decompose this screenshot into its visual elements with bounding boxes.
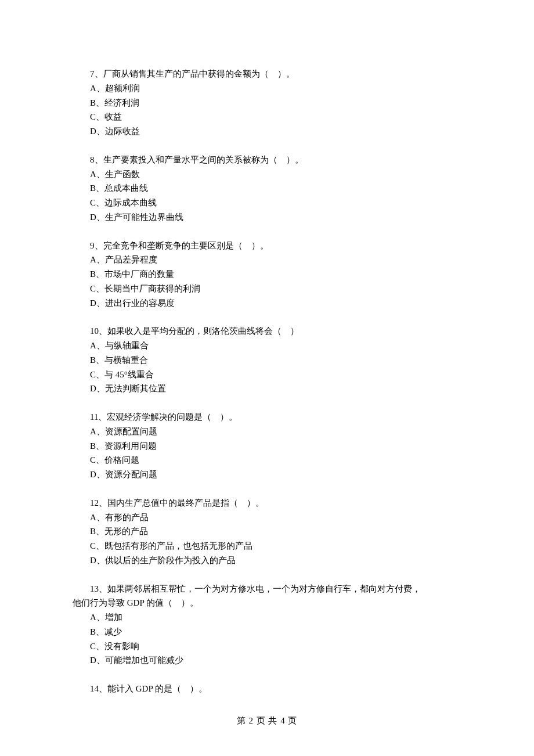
question-option: B、资源利用问题 bbox=[73, 439, 461, 453]
question-option: D、进出行业的容易度 bbox=[73, 296, 461, 311]
question-option: A、生产函数 bbox=[73, 167, 461, 182]
question-option: D、生产可能性边界曲线 bbox=[73, 210, 461, 225]
page: 7、厂商从销售其生产的产品中获得的金额为（ ）。 A、超额利润 B、经济利润 C… bbox=[0, 0, 534, 756]
question-8: 8、生产要素投入和产量水平之间的关系被称为（ ）。 A、生产函数 B、总成本曲线… bbox=[73, 153, 461, 225]
question-7: 7、厂商从销售其生产的产品中获得的金额为（ ）。 A、超额利润 B、经济利润 C… bbox=[73, 67, 461, 139]
question-option: C、既包括有形的产品，也包括无形的产品 bbox=[73, 539, 461, 553]
question-option: A、增加 bbox=[73, 610, 461, 625]
question-stem: 12、国内生产总值中的最终产品是指（ ）。 bbox=[73, 496, 461, 510]
question-14: 14、能计入 GDP 的是（ ）。 bbox=[73, 682, 461, 696]
question-11: 11、宏观经济学解决的问题是（ ）。 A、资源配置问题 B、资源利用问题 C、价… bbox=[73, 410, 461, 482]
question-9: 9、完全竞争和垄断竞争的主要区别是（ ）。 A、产品差异程度 B、市场中厂商的数… bbox=[73, 239, 461, 311]
question-option: C、收益 bbox=[73, 110, 461, 124]
question-option: C、与 45°线重合 bbox=[73, 368, 461, 382]
question-12: 12、国内生产总值中的最终产品是指（ ）。 A、有形的产品 B、无形的产品 C、… bbox=[73, 496, 461, 568]
question-stem: 9、完全竞争和垄断竞争的主要区别是（ ）。 bbox=[73, 239, 461, 253]
question-option: D、边际收益 bbox=[73, 124, 461, 139]
question-option: C、边际成本曲线 bbox=[73, 196, 461, 210]
question-option: B、与横轴重合 bbox=[73, 353, 461, 368]
question-option: B、减少 bbox=[73, 625, 461, 639]
question-option: C、没有影响 bbox=[73, 639, 461, 654]
question-option: D、可能增加也可能减少 bbox=[73, 653, 461, 668]
question-10: 10、如果收入是平均分配的，则洛伦茨曲线将会（ ） A、与纵轴重合 B、与横轴重… bbox=[73, 324, 461, 396]
question-stem: 8、生产要素投入和产量水平之间的关系被称为（ ）。 bbox=[73, 153, 461, 167]
question-stem: 10、如果收入是平均分配的，则洛伦茨曲线将会（ ） bbox=[73, 324, 461, 339]
question-option: A、超额利润 bbox=[73, 81, 461, 96]
question-option: A、与纵轴重合 bbox=[73, 339, 461, 353]
question-13: 13、如果两邻居相互帮忙，一个为对方修水电，一个为对方修自行车，都向对方付费， … bbox=[73, 582, 461, 668]
question-option: A、产品差异程度 bbox=[73, 253, 461, 267]
question-option: B、经济利润 bbox=[73, 96, 461, 110]
question-option: C、价格问题 bbox=[73, 453, 461, 467]
question-option: B、总成本曲线 bbox=[73, 181, 461, 196]
question-option: D、无法判断其位置 bbox=[73, 381, 461, 396]
question-option: A、资源配置问题 bbox=[73, 424, 461, 439]
page-footer: 第 2 页 共 4 页 bbox=[0, 714, 534, 728]
question-option: B、无形的产品 bbox=[73, 524, 461, 539]
question-option: C、长期当中厂商获得的利润 bbox=[73, 282, 461, 296]
question-stem: 7、厂商从销售其生产的产品中获得的金额为（ ）。 bbox=[73, 67, 461, 81]
question-stem: 13、如果两邻居相互帮忙，一个为对方修水电，一个为对方修自行车，都向对方付费， bbox=[73, 582, 461, 596]
question-option: D、供以后的生产阶段作为投入的产品 bbox=[73, 553, 461, 568]
question-stem: 11、宏观经济学解决的问题是（ ）。 bbox=[73, 410, 461, 424]
question-option: B、市场中厂商的数量 bbox=[73, 267, 461, 282]
question-stem: 14、能计入 GDP 的是（ ）。 bbox=[73, 682, 461, 696]
question-option: A、有形的产品 bbox=[73, 510, 461, 525]
question-stem-cont: 他们行为导致 GDP 的值（ ）。 bbox=[73, 596, 461, 610]
question-option: D、资源分配问题 bbox=[73, 467, 461, 482]
